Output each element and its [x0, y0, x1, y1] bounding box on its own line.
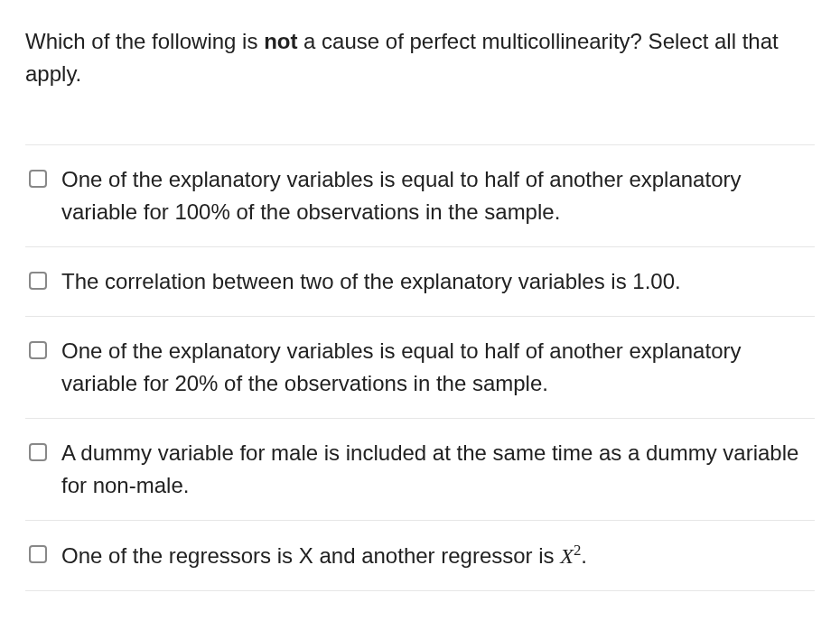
option-label: The correlation between two of the expla… [61, 265, 806, 298]
question-text: Which of the following is not a cause of… [25, 25, 815, 90]
option-label: One of the explanatory variables is equa… [61, 335, 806, 400]
checkbox[interactable] [29, 545, 47, 563]
checkbox[interactable] [29, 170, 47, 188]
option-text-suffix: . [581, 543, 587, 568]
checkbox[interactable] [29, 272, 47, 290]
option-label: A dummy variable for male is included at… [61, 437, 806, 502]
option-label: One of the regressors is X and another r… [61, 539, 806, 572]
checkbox[interactable] [29, 443, 47, 461]
option-row[interactable]: One of the explanatory variables is equa… [25, 317, 815, 419]
question-bold: not [264, 29, 297, 53]
question-prefix: Which of the following is [25, 29, 264, 53]
option-row[interactable]: The correlation between two of the expla… [25, 247, 815, 317]
options-list: One of the explanatory variables is equa… [25, 144, 815, 591]
option-label: One of the explanatory variables is equa… [61, 163, 806, 228]
math-variable: X [560, 544, 574, 568]
option-row[interactable]: One of the regressors is X and another r… [25, 521, 815, 591]
option-row[interactable]: A dummy variable for male is included at… [25, 419, 815, 521]
option-text-prefix: One of the regressors is X and another r… [61, 543, 560, 568]
checkbox[interactable] [29, 341, 47, 359]
option-row[interactable]: One of the explanatory variables is equa… [25, 145, 815, 247]
